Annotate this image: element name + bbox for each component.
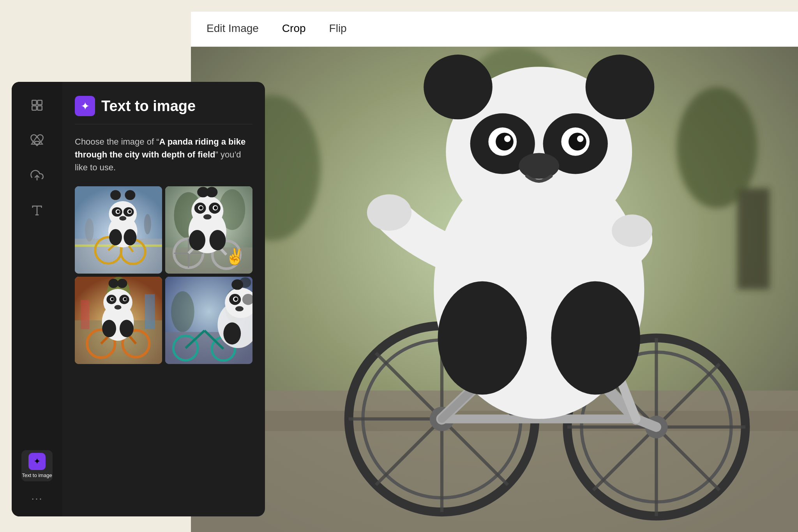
text-icon [30,204,44,217]
more-options[interactable]: ··· [27,488,46,509]
svg-point-135 [102,320,116,338]
tab-crop[interactable]: Crop [282,19,306,39]
panda-thumb-4 [165,277,252,364]
image-grid: ✌ [75,186,252,364]
upload-icon [30,169,44,182]
svg-point-118 [199,206,203,210]
svg-point-61 [586,55,655,119]
panda-thumb-2 [165,186,252,274]
svg-rect-67 [37,106,42,110]
icon-rail: ✦ Text to image ··· [12,82,62,516]
svg-point-146 [115,305,122,309]
tti-panel: ✦ Text to image Choose the image of “A p… [62,82,265,516]
svg-point-91 [128,210,131,213]
svg-point-90 [117,210,120,213]
svg-point-164 [239,277,251,288]
svg-rect-69 [35,141,39,144]
svg-point-62 [519,153,559,179]
sidebar-item-layout[interactable] [21,90,53,121]
svg-point-47 [438,281,527,395]
svg-rect-126 [145,294,155,329]
sidebar-item-label: Text to image [22,472,52,479]
svg-point-162 [234,297,238,301]
sidebar-item-text-to-image[interactable]: ✦ Text to image [21,450,53,481]
svg-point-92 [110,190,121,200]
tti-prompt: A panda riding a bike through the city w… [75,137,245,159]
tti-description: Choose the image of “A panda riding a bi… [75,135,252,174]
panda-thumb-1 [75,186,162,274]
tti-title: Text to image [101,98,196,115]
sidebar-item-upload[interactable] [21,160,53,191]
tab-flip[interactable]: Flip [329,19,347,39]
tti-sidebar-icon: ✦ [28,453,46,470]
svg-point-149 [171,291,194,332]
svg-point-59 [577,136,584,142]
svg-point-60 [424,55,493,119]
svg-point-49 [367,194,411,230]
image-option-1[interactable] [75,186,162,274]
main-panda-scene [191,47,798,532]
sidebar-item-elements[interactable] [21,125,53,156]
svg-point-83 [109,229,122,246]
svg-point-84 [124,229,136,246]
svg-point-77 [144,214,151,234]
svg-point-76 [85,218,94,242]
svg-point-145 [117,279,127,288]
svg-point-57 [568,133,586,151]
tab-edit-image[interactable]: Edit Image [207,19,259,39]
svg-point-94 [119,216,126,221]
tti-divider [75,124,252,124]
svg-rect-125 [81,300,89,329]
svg-rect-65 [37,100,42,104]
svg-point-48 [551,281,640,395]
svg-point-58 [504,136,511,142]
sidebar-item-text[interactable] [21,195,53,226]
svg-point-121 [206,187,218,197]
svg-point-157 [223,322,241,345]
svg-point-56 [496,133,514,151]
svg-point-111 [189,230,205,250]
svg-point-93 [125,190,135,200]
elements-icon [30,134,44,147]
svg-point-143 [124,298,126,300]
tti-icon-symbol: ✦ [81,100,90,113]
svg-point-165 [235,306,244,311]
tti-icon: ✦ [75,96,95,116]
svg-rect-5 [737,188,770,290]
top-toolbar: Edit Image Crop Flip [191,12,798,47]
svg-point-144 [109,279,118,288]
sidebar-panel: ✦ Text to image ··· ✦ Text to image Choo… [12,82,265,516]
svg-point-136 [120,320,134,338]
svg-point-112 [209,230,226,250]
image-option-2[interactable]: ✌ [165,186,252,274]
svg-rect-63 [507,224,571,249]
panda-thumb-3 [75,277,162,364]
svg-point-122 [203,214,212,219]
image-option-3[interactable] [75,277,162,364]
panda-illustration [191,47,798,532]
svg-point-50 [612,214,652,247]
svg-rect-64 [32,100,36,104]
layout-icon [30,99,44,112]
svg-point-142 [111,298,114,300]
svg-point-119 [214,206,217,210]
svg-rect-66 [32,106,36,110]
tti-header: ✦ Text to image [75,96,252,116]
image-option-4[interactable] [165,277,252,364]
